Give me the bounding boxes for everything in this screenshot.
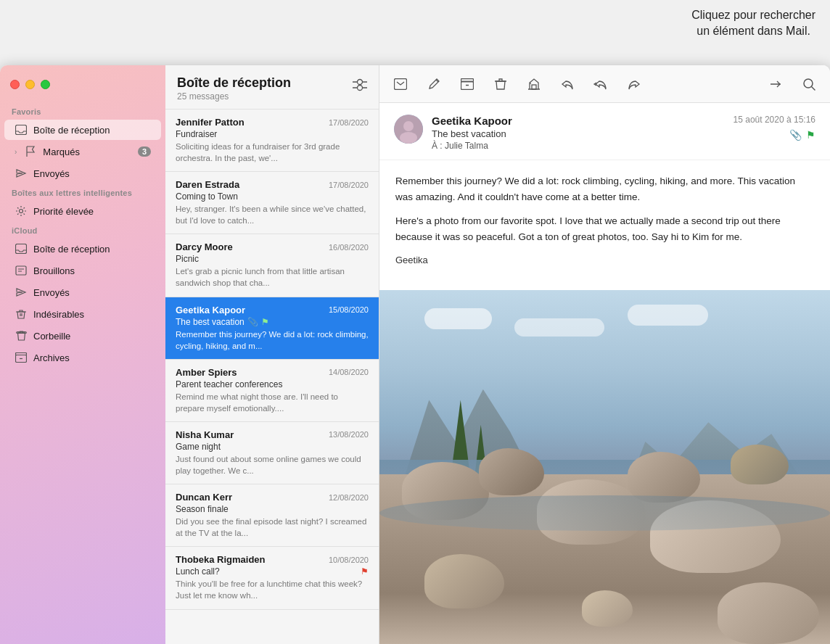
sidebar-item-icloud-inbox[interactable]: Boîte de réception: [4, 239, 161, 259]
tooltip-line1: Cliquez pour rechercher: [691, 9, 815, 21]
titlebar: [0, 65, 165, 103]
sidebar-item-label: Indésirables: [33, 309, 151, 320]
attachment-icon: 📎: [247, 317, 258, 327]
sidebar-item-label: Priorité élevée: [33, 206, 151, 217]
message-preview: Did you see the final episode last night…: [176, 516, 369, 539]
sidebar-item-label: Brouillons: [33, 265, 151, 276]
attachment-indicator: 📎: [789, 129, 802, 141]
message-item[interactable]: Jennifer Patton 17/08/2020 Fundraiser So…: [165, 110, 379, 172]
message-subject: Picnic: [176, 254, 199, 264]
email-detail: Geetika Kapoor The best vacation À : Jul…: [379, 65, 830, 644]
sidebar-item-marked-fav[interactable]: › Marqués 3: [4, 141, 161, 162]
sender-avatar: [394, 115, 423, 144]
svg-point-7: [358, 80, 363, 85]
archive-icon: [15, 351, 28, 364]
message-date: 17/08/2020: [329, 118, 369, 127]
sidebar-item-junk[interactable]: Indésirables: [4, 304, 161, 324]
body-paragraph-2: Here's a photo from our favorite spot. I…: [395, 213, 814, 244]
svg-point-1: [20, 210, 23, 213]
email-from-name: Geetika Kapoor: [432, 115, 725, 127]
message-subject: The best vacation: [176, 317, 245, 327]
message-item[interactable]: Thobeka Rigmaiden 10/08/2020 Lunch call?…: [165, 547, 379, 609]
sidebar-item-icloud-sent[interactable]: Envoyés: [4, 282, 161, 302]
sidebar-item-label: Envoyés: [33, 287, 151, 298]
to-name: Julie Talma: [445, 141, 488, 151]
sidebar-item-label: Envoyés: [33, 168, 151, 179]
archive-button[interactable]: [458, 75, 477, 94]
email-header-right: 15 août 2020 à 15:16 📎 ⚑: [734, 115, 815, 141]
sidebar-item-sent-fav[interactable]: Envoyés: [4, 163, 161, 183]
body-paragraph-1: Remember this journey? We did a lot: roc…: [395, 173, 814, 205]
message-item[interactable]: Daren Estrada 17/08/2020 Coming to Town …: [165, 172, 379, 234]
message-subject: Lunch call?: [176, 566, 220, 577]
email-meta: Geetika Kapoor The best vacation À : Jul…: [432, 115, 725, 151]
message-subject: Fundraiser: [176, 129, 217, 139]
delete-button[interactable]: [491, 75, 510, 94]
message-item-selected[interactable]: Geetika Kapoor 15/08/2020 The best vacat…: [165, 297, 379, 360]
message-list: Boîte de réception 25 messages Jennifer …: [165, 65, 379, 644]
junk-icon: [15, 307, 28, 321]
reply-all-button[interactable]: [591, 75, 610, 94]
svg-point-15: [403, 121, 414, 131]
sender-name: Darcy Moore: [176, 242, 233, 252]
sidebar-item-trash[interactable]: Corbeille: [4, 326, 161, 346]
message-date: 10/08/2020: [329, 556, 369, 564]
sidebar-item-drafts[interactable]: Brouillons: [4, 260, 161, 281]
gear-icon: [15, 205, 28, 218]
flag-indicator: ⚑: [806, 129, 815, 141]
message-preview: Remind me what night those are. I'll nee…: [176, 391, 369, 414]
sidebar-item-priority[interactable]: Priorité élevée: [4, 201, 161, 221]
inbox-icon: [15, 242, 28, 255]
message-preview: Hey, stranger. It's been a while since w…: [176, 203, 369, 226]
tooltip-line2: un élément dans Mail.: [697, 25, 810, 37]
message-subject: Parent teacher conferences: [176, 379, 282, 389]
close-button[interactable]: [10, 80, 20, 89]
drafts-icon: [15, 264, 28, 277]
maximize-button[interactable]: [41, 80, 50, 89]
section-label-icloud: iCloud: [0, 222, 165, 238]
svg-point-8: [358, 86, 363, 91]
message-item[interactable]: Amber Spiers 14/08/2020 Parent teacher c…: [165, 360, 379, 422]
new-compose-button[interactable]: [424, 75, 443, 94]
sidebar-item-label: Archives: [33, 352, 151, 363]
email-photo: [379, 290, 830, 644]
message-date: 17/08/2020: [329, 181, 369, 189]
sender-name: Geetika Kapoor: [176, 305, 245, 315]
forward-button[interactable]: [625, 75, 644, 94]
email-subject: The best vacation: [432, 128, 725, 139]
sender-name: Daren Estrada: [176, 179, 239, 190]
sidebar-item-archives[interactable]: Archives: [4, 347, 161, 368]
message-date: 13/08/2020: [329, 430, 369, 439]
message-preview: Just found out about some online games w…: [176, 453, 369, 476]
svg-point-13: [804, 79, 813, 88]
message-preview: Remember this journey? We did a lot: roc…: [176, 329, 369, 352]
marked-badge: 3: [138, 146, 151, 157]
inbox-count: 25 messages: [177, 91, 291, 102]
sidebar: Favoris Boîte de réception › Marqués 3: [0, 65, 165, 644]
message-date: 14/08/2020: [329, 368, 369, 376]
message-subject: Coming to Town: [176, 191, 238, 202]
reply-button[interactable]: [558, 75, 577, 94]
flag-green-icon: ⚑: [261, 317, 269, 327]
more-button[interactable]: [766, 75, 785, 94]
app-window: Favoris Boîte de réception › Marqués 3: [0, 65, 830, 644]
minimize-button[interactable]: [25, 80, 35, 89]
filter-button[interactable]: [353, 78, 367, 95]
search-button[interactable]: [800, 75, 818, 94]
compose-button[interactable]: [391, 75, 410, 94]
message-item[interactable]: Nisha Kumar 13/08/2020 Game night Just f…: [165, 422, 379, 484]
message-item[interactable]: Darcy Moore 16/08/2020 Picnic Let's grab…: [165, 234, 379, 297]
to-label: À :: [432, 141, 443, 151]
sidebar-item-inbox-fav[interactable]: Boîte de réception: [4, 120, 161, 140]
toolbar: [379, 65, 830, 103]
junk-button[interactable]: [525, 75, 543, 94]
svg-rect-6: [16, 353, 27, 355]
flag-icon: [24, 145, 37, 158]
svg-rect-11: [461, 78, 474, 81]
sidebar-item-label: Boîte de réception: [33, 244, 151, 255]
email-to-line: À : Julie Talma: [432, 141, 725, 151]
section-label-favoris: Favoris: [0, 103, 165, 119]
message-item[interactable]: Duncan Kerr 12/08/2020 Season finale Did…: [165, 484, 379, 547]
sidebar-item-label: Marqués: [43, 146, 132, 157]
message-subject: Game night: [176, 442, 221, 452]
